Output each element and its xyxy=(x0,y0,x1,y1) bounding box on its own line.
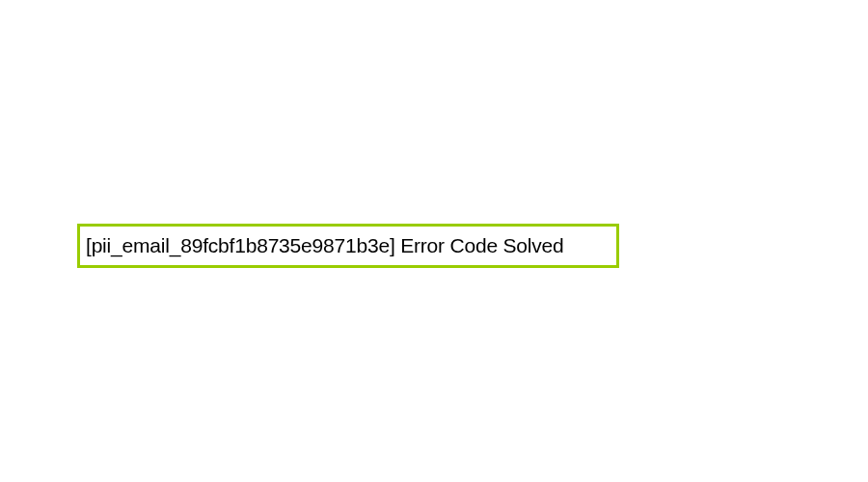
error-code-box: [pii_email_89fcbf1b8735e9871b3e] Error C… xyxy=(77,224,619,268)
error-code-text: [pii_email_89fcbf1b8735e9871b3e] Error C… xyxy=(86,234,564,257)
